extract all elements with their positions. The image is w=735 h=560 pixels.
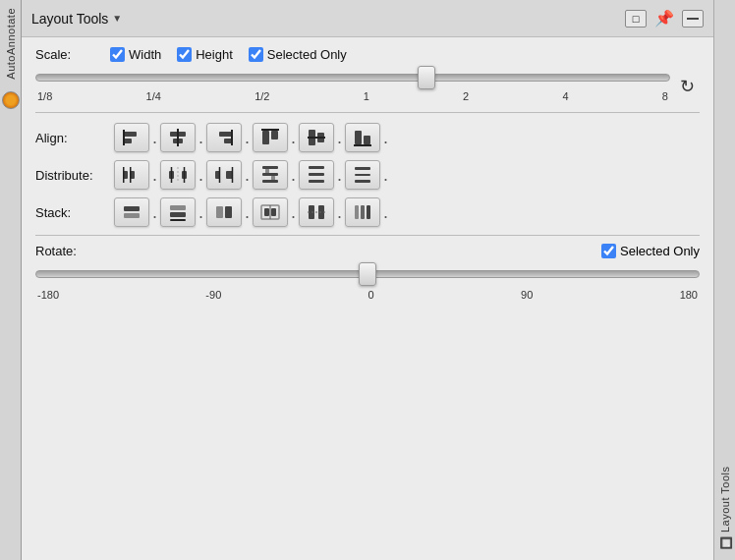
distribute-center-v-button[interactable] <box>299 160 334 190</box>
align-dot-1: . <box>152 128 157 148</box>
svg-rect-37 <box>309 173 324 176</box>
svg-rect-31 <box>262 166 278 169</box>
width-label: Width <box>129 47 161 62</box>
title-controls: □ 📌 <box>625 9 704 28</box>
minimize-button[interactable] <box>682 10 704 28</box>
align-dot-2: . <box>198 128 203 148</box>
stack-dot-6: . <box>383 202 388 223</box>
align-top-button[interactable] <box>253 123 288 152</box>
main-panel: Layout Tools ▼ □ 📌 Scale: Width Height <box>22 0 713 560</box>
rotate-slider-wrapper: -180 -90 0 90 180 <box>35 264 700 301</box>
app-icon <box>2 91 20 109</box>
stack-4-icon <box>259 201 281 223</box>
stack-5-icon <box>306 201 327 223</box>
rotate-row: Rotate: Selected Only <box>35 244 700 258</box>
rotate-tick-labels: -180 -90 0 90 180 <box>35 289 700 301</box>
rotate-selected-only-label: Selected Only <box>620 244 700 258</box>
svg-rect-42 <box>124 206 140 211</box>
align-right-icon <box>213 127 235 148</box>
align-dot-4: . <box>291 128 296 148</box>
window-button[interactable]: □ <box>625 10 647 28</box>
distribute-left-button[interactable] <box>114 160 149 190</box>
tick-8: 8 <box>662 90 668 102</box>
refresh-button[interactable]: ↻ <box>674 74 700 99</box>
stack-3-button[interactable] <box>206 197 242 227</box>
tick-1-2: 1/2 <box>254 90 269 102</box>
pin-button[interactable]: 📌 <box>654 9 674 28</box>
stack-dot-1: . <box>152 202 157 223</box>
align-center-h-button[interactable] <box>160 123 196 152</box>
dropdown-arrow[interactable]: ▼ <box>112 13 122 24</box>
scale-slider[interactable] <box>35 68 670 87</box>
scale-label: Scale: <box>35 47 94 62</box>
align-row: Align: . <box>35 123 700 152</box>
distribute-center-v-icon <box>306 164 327 186</box>
distribute-row: Distribute: . <box>35 160 700 190</box>
stack-5-button[interactable] <box>299 197 334 227</box>
panel-title: Layout Tools <box>31 11 108 27</box>
stack-dot-5: . <box>337 202 342 223</box>
svg-rect-20 <box>123 167 125 183</box>
scale-slider-row: 1/8 1/4 1/2 1 2 4 8 ↻ <box>35 68 700 104</box>
width-checkbox[interactable] <box>110 47 125 62</box>
distribute-center-h-icon <box>167 164 189 186</box>
stack-dot-3: . <box>245 202 250 223</box>
height-label: Height <box>196 47 233 62</box>
scale-section: Scale: Width Height Selected Only <box>35 47 700 62</box>
panel-content: Scale: Width Height Selected Only 1/8 1/… <box>22 37 713 560</box>
stack-4-button[interactable] <box>253 197 288 227</box>
height-checkbox[interactable] <box>177 47 192 62</box>
svg-rect-11 <box>261 129 279 131</box>
rotate-selected-only-checkbox[interactable] <box>601 244 616 258</box>
svg-rect-0 <box>123 132 137 137</box>
svg-rect-38 <box>309 180 324 183</box>
align-button-group: . . <box>114 123 389 152</box>
dist-dot-6: . <box>383 165 388 186</box>
stack-2-button[interactable] <box>160 197 196 227</box>
divider-2 <box>35 235 700 236</box>
distribute-left-icon <box>121 164 142 186</box>
svg-rect-32 <box>262 173 278 176</box>
tick-neg90: -90 <box>205 289 221 301</box>
align-right-button[interactable] <box>206 123 242 152</box>
svg-rect-39 <box>355 167 370 170</box>
stack-1-button[interactable] <box>114 197 149 227</box>
distribute-top-button[interactable] <box>253 160 288 190</box>
align-dot-6: . <box>383 128 388 148</box>
align-center-v-button[interactable] <box>299 123 334 152</box>
svg-rect-16 <box>364 136 370 144</box>
stack-6-button[interactable] <box>345 197 380 227</box>
align-dot-3: . <box>245 128 250 148</box>
width-checkbox-group: Width <box>110 47 161 62</box>
svg-rect-58 <box>367 205 370 219</box>
align-top-icon <box>259 127 281 148</box>
title-bar: Layout Tools ▼ □ 📌 <box>22 0 713 37</box>
align-left-button[interactable] <box>114 123 149 152</box>
dist-dot-5: . <box>337 165 342 186</box>
tick-4: 4 <box>562 90 568 102</box>
tick-1-4: 1/4 <box>146 90 161 102</box>
align-label: Align: <box>35 131 114 145</box>
tick-180: 180 <box>680 289 698 301</box>
align-bottom-button[interactable] <box>345 123 380 152</box>
svg-rect-17 <box>354 144 371 146</box>
rotate-label: Rotate: <box>35 244 114 258</box>
svg-rect-45 <box>170 212 186 217</box>
stack-button-group: . . . <box>114 197 389 227</box>
rotate-slider[interactable] <box>35 264 700 284</box>
distribute-center-h-button[interactable] <box>160 160 196 190</box>
stack-row: Stack: . <box>35 197 700 227</box>
scale-selected-only-checkbox[interactable] <box>249 47 263 62</box>
tick-90: 90 <box>521 289 533 301</box>
scale-slider-wrapper: 1/8 1/4 1/2 1 2 4 8 <box>35 68 670 104</box>
svg-rect-35 <box>271 176 275 180</box>
distribute-right-button[interactable] <box>206 160 242 190</box>
svg-rect-10 <box>271 131 278 140</box>
svg-rect-51 <box>271 208 276 216</box>
right-sidebar-label-group: 🔲 Layout Tools <box>718 467 731 550</box>
distribute-bottom-button[interactable] <box>345 160 380 190</box>
svg-rect-50 <box>264 208 269 216</box>
align-left-icon <box>121 127 142 148</box>
distribute-bottom-icon <box>352 164 373 186</box>
tick-0: 0 <box>368 289 374 301</box>
